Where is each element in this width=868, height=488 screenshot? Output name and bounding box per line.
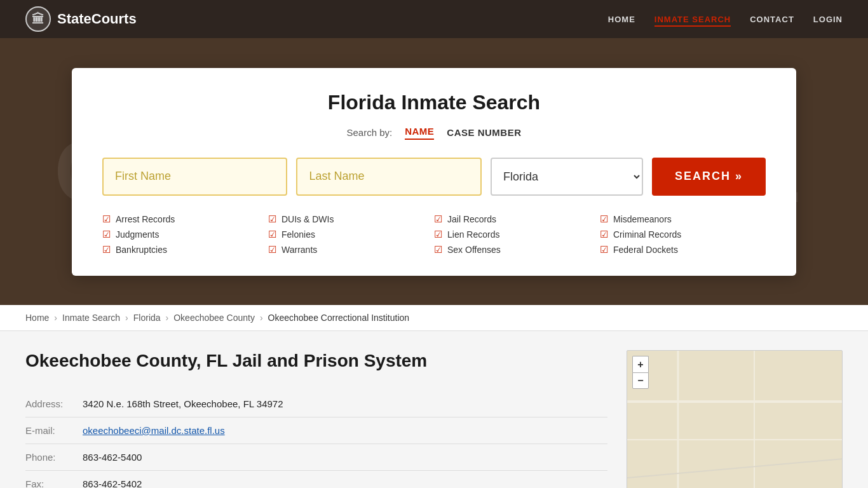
check-icon: ☑: [268, 229, 276, 240]
table-row-address: Address: 3420 N.e. 168th Street, Okeecho…: [25, 391, 607, 417]
field-value-phone: 863-462-5400: [83, 444, 607, 470]
feature-bankruptcies: ☑ Bankruptcies: [102, 244, 268, 255]
feature-criminal: ☑ Criminal Records: [600, 229, 766, 240]
breadcrumb-county[interactable]: Okeechobee County: [173, 313, 255, 323]
last-name-input[interactable]: [296, 158, 481, 196]
feature-label: Misdemeanors: [613, 214, 672, 224]
feature-label: Judgments: [116, 229, 159, 240]
svg-line-4: [627, 459, 842, 478]
field-label-fax: Fax:: [25, 470, 83, 488]
field-value-email: okeechobeeci@mail.dc.state.fl.us: [83, 417, 607, 444]
state-select[interactable]: Florida Alabama Georgia Texas: [491, 158, 643, 196]
table-row-fax: Fax: 863-462-5402: [25, 470, 607, 488]
feature-warrants: ☑ Warrants: [268, 244, 434, 255]
feature-federal: ☑ Federal Dockets: [600, 244, 766, 255]
map-container: + −: [627, 350, 843, 488]
search-button[interactable]: SEARCH »: [652, 158, 766, 196]
hero-section: COURTHOUSE Florida Inmate Search Search …: [0, 38, 868, 305]
nav-inmate-search[interactable]: INMATE SEARCH: [654, 15, 731, 27]
institution-title: Okeechobee County, FL Jail and Prison Sy…: [25, 350, 607, 372]
field-label-email: E-mail:: [25, 417, 83, 444]
field-label-address: Address:: [25, 391, 83, 417]
check-icon: ☑: [600, 229, 608, 240]
tab-name[interactable]: NAME: [405, 126, 434, 140]
feature-label: Sex Offenses: [447, 245, 501, 255]
feature-label: Lien Records: [447, 229, 500, 240]
nav-login[interactable]: LOGIN: [813, 15, 843, 24]
check-icon: ☑: [600, 244, 608, 255]
search-title: Florida Inmate Search: [102, 91, 766, 114]
feature-judgments: ☑ Judgments: [102, 229, 268, 240]
breadcrumb-inmate-search[interactable]: Inmate Search: [62, 313, 120, 323]
feature-arrest: ☑ Arrest Records: [102, 214, 268, 225]
nav-contact[interactable]: CONTACT: [750, 15, 794, 24]
breadcrumb-sep-2: ›: [125, 313, 128, 323]
site-logo[interactable]: 🏛 StateCourts: [25, 6, 137, 32]
navbar: 🏛 StateCourts HOME INMATE SEARCH CONTACT…: [0, 0, 868, 38]
feature-col-4: ☑ Misdemeanors ☑ Criminal Records ☑ Fede…: [600, 214, 766, 255]
check-icon: ☑: [102, 214, 111, 225]
feature-sex-offenses: ☑ Sex Offenses: [434, 244, 600, 255]
logo-icon: 🏛: [25, 6, 51, 32]
feature-felonies: ☑ Felonies: [268, 229, 434, 240]
search-by-label: Search by:: [346, 127, 392, 138]
check-icon: ☑: [600, 214, 608, 225]
feature-col-1: ☑ Arrest Records ☑ Judgments ☑ Bankruptc…: [102, 214, 268, 255]
search-by-row: Search by: NAME CASE NUMBER: [102, 126, 766, 140]
check-icon: ☑: [102, 229, 111, 240]
nav-links: HOME INMATE SEARCH CONTACT LOGIN: [608, 13, 843, 25]
main-content: Okeechobee County, FL Jail and Prison Sy…: [0, 331, 868, 488]
features-grid: ☑ Arrest Records ☑ Judgments ☑ Bankruptc…: [102, 214, 766, 255]
search-inputs-row: Florida Alabama Georgia Texas SEARCH »: [102, 158, 766, 196]
content-left: Okeechobee County, FL Jail and Prison Sy…: [25, 350, 607, 488]
feature-misdemeanors: ☑ Misdemeanors: [600, 214, 766, 225]
breadcrumb-florida[interactable]: Florida: [133, 313, 161, 323]
field-value-address: 3420 N.e. 168th Street, Okeechobee, FL 3…: [83, 391, 607, 417]
field-value-fax: 863-462-5402: [83, 470, 607, 488]
breadcrumb-sep-4: ›: [260, 313, 263, 323]
feature-label: Bankruptcies: [116, 245, 167, 255]
feature-label: Jail Records: [447, 214, 496, 224]
check-icon: ☑: [434, 244, 442, 255]
feature-col-2: ☑ DUIs & DWIs ☑ Felonies ☑ Warrants: [268, 214, 434, 255]
breadcrumb-sep-1: ›: [54, 313, 57, 323]
breadcrumb-sep-3: ›: [166, 313, 169, 323]
nav-home[interactable]: HOME: [608, 15, 635, 24]
map-roads: [627, 351, 842, 488]
feature-label: Felonies: [281, 229, 315, 240]
breadcrumb: Home › Inmate Search › Florida › Okeecho…: [0, 305, 868, 331]
check-icon: ☑: [268, 244, 276, 255]
check-icon: ☑: [434, 229, 442, 240]
table-row-phone: Phone: 863-462-5400: [25, 444, 607, 470]
first-name-input[interactable]: [102, 158, 287, 196]
check-icon: ☑: [268, 214, 276, 225]
breadcrumb-home[interactable]: Home: [25, 313, 49, 323]
check-icon: ☑: [102, 244, 111, 255]
info-table: Address: 3420 N.e. 168th Street, Okeecho…: [25, 391, 607, 488]
feature-dui: ☑ DUIs & DWIs: [268, 214, 434, 225]
feature-lien: ☑ Lien Records: [434, 229, 600, 240]
check-icon: ☑: [434, 214, 442, 225]
feature-jail: ☑ Jail Records: [434, 214, 600, 225]
feature-label: DUIs & DWIs: [281, 214, 334, 224]
tab-case-number[interactable]: CASE NUMBER: [447, 127, 521, 138]
feature-col-3: ☑ Jail Records ☑ Lien Records ☑ Sex Offe…: [434, 214, 600, 255]
feature-label: Criminal Records: [613, 229, 681, 240]
logo-text: StateCourts: [57, 11, 137, 27]
field-label-phone: Phone:: [25, 444, 83, 470]
email-link[interactable]: okeechobeeci@mail.dc.state.fl.us: [83, 425, 225, 436]
search-card: Florida Inmate Search Search by: NAME CA…: [72, 68, 796, 276]
table-row-email: E-mail: okeechobeeci@mail.dc.state.fl.us: [25, 417, 607, 444]
feature-label: Federal Dockets: [613, 245, 678, 255]
breadcrumb-current: Okeechobee Correctional Institution: [268, 313, 410, 323]
feature-label: Arrest Records: [116, 214, 175, 224]
feature-label: Warrants: [281, 245, 317, 255]
